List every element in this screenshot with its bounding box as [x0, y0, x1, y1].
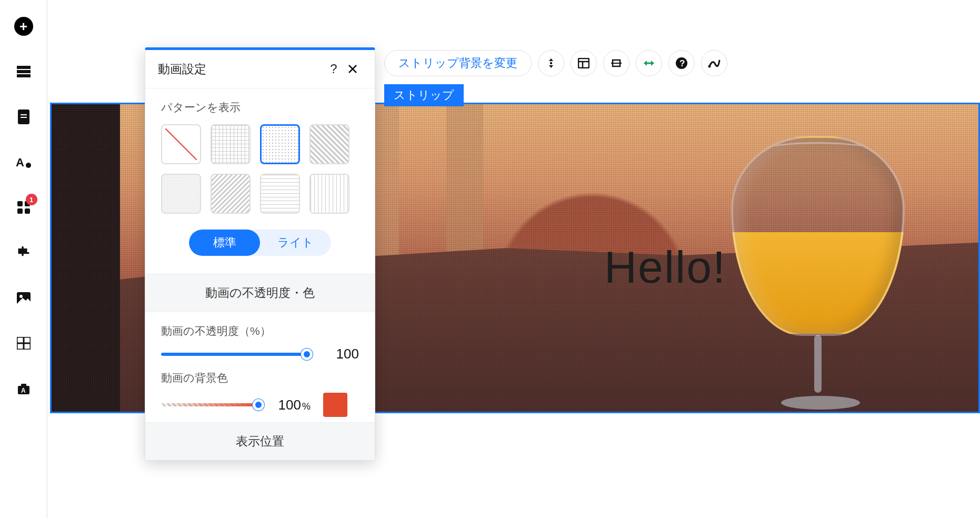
svg-rect-1 — [17, 70, 31, 73]
pattern-vlines[interactable] — [309, 174, 349, 214]
pattern-grid-small[interactable] — [211, 124, 251, 164]
strip-icon — [17, 66, 31, 77]
position-header[interactable]: 表示位置 — [145, 422, 375, 460]
grid-button[interactable] — [13, 333, 34, 354]
pattern-section: パターンを表示 標準 ライト — [145, 88, 375, 274]
bgcolor-section: 動画の背景色 100% — [145, 367, 375, 422]
strip-action-bar: ストリップ背景を変更 ? — [384, 50, 727, 76]
table-icon — [17, 337, 31, 350]
strip-badge[interactable]: ストリップ — [384, 84, 464, 106]
stretch-icon — [610, 58, 623, 68]
animation-button[interactable] — [701, 50, 727, 76]
stretch-button[interactable] — [603, 50, 629, 76]
pattern-label: パターンを表示 — [161, 100, 359, 115]
scroll-settings-button[interactable] — [538, 50, 564, 76]
svg-point-28 — [708, 65, 711, 68]
bg-shape — [446, 104, 483, 283]
intensity-segmented: 標準 ライト — [189, 230, 331, 256]
svg-point-7 — [26, 163, 31, 168]
media-button[interactable] — [13, 287, 34, 308]
svg-rect-8 — [17, 201, 23, 206]
svg-text:A: A — [21, 387, 26, 394]
opacity-slider[interactable] — [161, 353, 309, 356]
pattern-hlines[interactable] — [260, 174, 300, 214]
plus-icon: + — [14, 17, 33, 36]
change-strip-background-button[interactable]: ストリップ背景を変更 — [384, 50, 532, 76]
svg-point-20 — [550, 62, 552, 64]
sections-button[interactable] — [13, 61, 34, 82]
pattern-noise[interactable] — [161, 174, 201, 214]
svg-rect-21 — [578, 58, 589, 68]
seg-light[interactable]: ライト — [260, 230, 331, 256]
change-bg-label: ストリップ背景を変更 — [398, 55, 517, 71]
panel-help-button[interactable]: ? — [324, 59, 343, 78]
business-button[interactable]: A — [13, 378, 34, 399]
question-icon: ? — [330, 62, 337, 76]
svg-rect-4 — [21, 114, 27, 115]
seg-standard[interactable]: 標準 — [189, 230, 260, 256]
scroll-icon — [546, 57, 556, 69]
video-settings-panel: 動画設定 ? パターンを表示 標準 ライト 動画の不透明度・色 動画の不透明度（… — [145, 47, 375, 461]
puzzle-icon — [17, 246, 31, 260]
bgcolor-swatch[interactable] — [323, 393, 347, 417]
apps-badge: 1 — [26, 194, 37, 205]
plugins-button[interactable] — [13, 242, 34, 263]
panel-close-button[interactable] — [343, 59, 362, 78]
layout-button[interactable] — [571, 50, 597, 76]
layout-icon — [578, 58, 589, 68]
width-button[interactable] — [636, 50, 662, 76]
wine-glass-graphic — [731, 136, 905, 410]
opacity-value[interactable]: 100 — [322, 346, 359, 362]
bgcolor-slider[interactable] — [161, 403, 261, 406]
pages-button[interactable] — [13, 106, 34, 127]
apps-button[interactable]: 1 — [13, 197, 34, 218]
svg-rect-5 — [21, 117, 27, 118]
pattern-none[interactable] — [161, 124, 201, 164]
svg-text:?: ? — [679, 58, 685, 68]
pattern-diag[interactable] — [309, 124, 349, 164]
bgcolor-value[interactable]: 100% — [274, 397, 311, 413]
slider-thumb[interactable] — [253, 399, 264, 411]
page-icon — [18, 109, 29, 124]
image-icon — [17, 292, 31, 304]
motion-icon — [708, 58, 721, 68]
add-button[interactable]: + — [13, 16, 34, 37]
strip-edge — [52, 104, 120, 412]
opacity-label: 動画の不透明度（%） — [161, 324, 359, 338]
pattern-grid — [161, 124, 359, 214]
svg-rect-18 — [21, 384, 26, 386]
text-style-icon: A — [16, 156, 32, 168]
panel-title: 動画設定 — [158, 61, 206, 77]
pattern-diag-alt[interactable] — [211, 174, 251, 214]
svg-text:A: A — [16, 156, 24, 168]
briefcase-a-icon: A — [17, 382, 31, 395]
close-icon — [347, 64, 358, 74]
slider-thumb[interactable] — [301, 348, 313, 360]
bgcolor-label: 動画の背景色 — [161, 371, 359, 385]
svg-rect-10 — [17, 208, 23, 214]
opacity-section: 動画の不透明度（%） 100 — [145, 312, 375, 367]
panel-header: 動画設定 ? — [145, 50, 375, 88]
svg-rect-11 — [25, 208, 30, 214]
pattern-dots[interactable] — [260, 124, 300, 164]
arrows-horizontal-icon — [643, 59, 655, 67]
theme-button[interactable]: A — [13, 152, 34, 173]
opacity-color-header[interactable]: 動画の不透明度・色 — [145, 274, 375, 312]
svg-rect-0 — [17, 66, 31, 69]
hello-heading[interactable]: Hello! — [604, 241, 726, 293]
svg-point-13 — [19, 295, 23, 298]
svg-rect-2 — [17, 74, 31, 77]
help-icon: ? — [675, 57, 688, 69]
help-button[interactable]: ? — [668, 50, 695, 76]
left-toolbar: + A 1 A — [0, 0, 47, 518]
